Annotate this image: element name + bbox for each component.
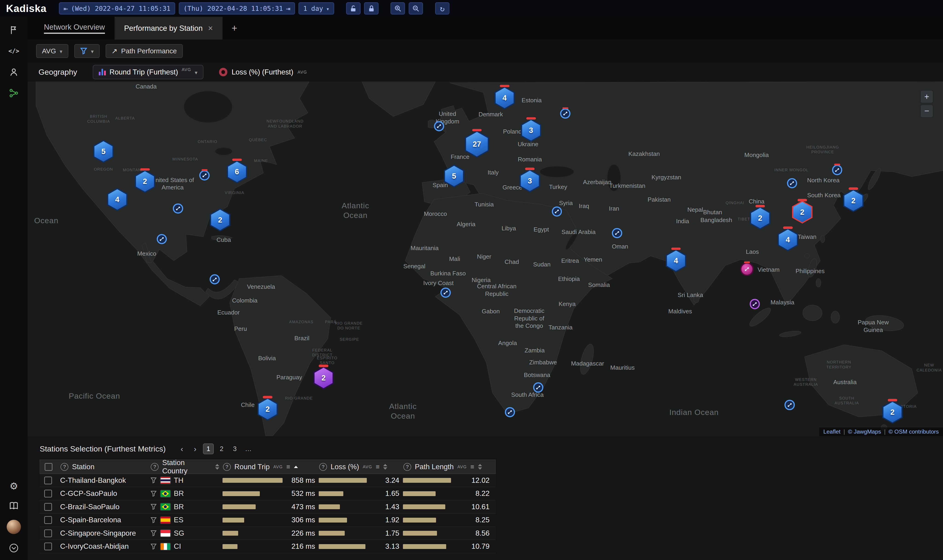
zoom-in-time-button[interactable] — [390, 2, 405, 14]
cluster-marker[interactable]: 2 — [134, 170, 155, 193]
map-zoom-in-button[interactable] — [920, 90, 933, 103]
station-marker[interactable] — [533, 382, 543, 392]
filter-funnel-icon[interactable] — [150, 530, 157, 537]
network-paths-nav-icon[interactable] — [8, 87, 20, 99]
station-marker[interactable] — [505, 407, 515, 417]
filter-funnel-icon[interactable] — [150, 517, 157, 523]
map-zoom-out-button[interactable] — [920, 105, 933, 118]
row-checkbox[interactable] — [44, 543, 52, 550]
column-menu-icon[interactable] — [376, 463, 380, 471]
table-row[interactable]: C-Singapore-SingaporeSG226 ms1.758.56 — [40, 527, 495, 540]
station-marker[interactable] — [787, 178, 797, 188]
page-button[interactable]: … — [242, 443, 254, 454]
cluster-marker[interactable]: 4 — [778, 228, 798, 251]
settings-gear-icon[interactable]: ⚙ — [8, 480, 20, 492]
help-icon[interactable] — [223, 463, 231, 471]
tab-performance-by-station[interactable]: Performance by Station× — [114, 17, 223, 40]
page-prev-button[interactable] — [176, 443, 187, 454]
cluster-marker[interactable]: 3 — [521, 119, 541, 142]
cluster-marker[interactable]: 2 — [750, 207, 770, 229]
osm-link[interactable]: © OSM contributors — [889, 429, 938, 435]
station-marker[interactable] — [560, 109, 570, 118]
column-country-label[interactable]: Station Country — [162, 458, 212, 475]
user-avatar[interactable] — [7, 520, 21, 534]
page-button[interactable]: 2 — [216, 443, 227, 454]
date-start-button[interactable]: (Wed) 2022-04-27 11:05:31 — [59, 2, 175, 14]
jawgmaps-link[interactable]: © JawgMaps — [848, 429, 881, 435]
sort-icon[interactable] — [478, 464, 482, 470]
collapse-chevron-icon[interactable] — [8, 542, 20, 554]
table-row[interactable]: C-Brazil-SaoPauloBR473 ms1.4310.61 — [40, 500, 495, 514]
time-range-dropdown[interactable]: 1 day — [298, 2, 334, 14]
lock-timerange-button[interactable] — [364, 2, 378, 14]
code-nav-icon[interactable]: </> — [8, 45, 20, 57]
page-button[interactable]: 3 — [229, 443, 240, 454]
row-checkbox[interactable] — [44, 490, 52, 497]
table-row[interactable]: C-IvoryCoast-AbidjanCI216 ms3.1310.79 — [40, 540, 495, 553]
help-icon[interactable] — [151, 463, 159, 471]
docs-book-icon[interactable] — [8, 500, 20, 512]
cluster-marker[interactable]: 5 — [93, 140, 114, 163]
station-marker[interactable] — [612, 228, 622, 238]
row-checkbox[interactable] — [44, 529, 52, 537]
column-station-label[interactable]: Station — [72, 463, 94, 471]
metric-round-trip-chip[interactable]: Round Trip (Furthest) AVG — [93, 65, 203, 79]
unlock-timerange-button[interactable] — [346, 2, 361, 14]
help-icon[interactable] — [60, 463, 68, 471]
column-menu-icon[interactable] — [470, 463, 474, 471]
filter-dropdown[interactable] — [74, 44, 100, 58]
zoom-out-time-button[interactable] — [409, 2, 423, 14]
cluster-marker[interactable]: 2 — [792, 201, 813, 223]
station-marker[interactable] — [832, 165, 842, 175]
leaflet-link[interactable]: Leaflet — [823, 429, 841, 435]
help-icon[interactable] — [319, 463, 327, 471]
path-performance-button[interactable]: Path Performance — [106, 44, 183, 58]
cluster-marker[interactable]: 2 — [210, 209, 230, 231]
tab-network-overview[interactable]: Network Overview — [34, 17, 114, 40]
column-menu-icon[interactable] — [287, 463, 290, 471]
help-icon[interactable] — [403, 463, 411, 471]
table-row[interactable]: C-Thailand-BangkokTH858 ms3.2412.02 — [40, 474, 495, 487]
station-marker[interactable] — [157, 234, 167, 244]
cluster-marker[interactable]: 2 — [258, 398, 278, 420]
sort-icon[interactable] — [215, 464, 219, 470]
user-nav-icon[interactable] — [8, 66, 20, 78]
station-marker[interactable] — [552, 206, 562, 217]
filter-funnel-icon[interactable] — [150, 543, 157, 550]
close-tab-icon[interactable]: × — [208, 23, 213, 33]
world-map[interactable]: CanadaUnited States of AmericaMexicoCuba… — [28, 82, 943, 436]
station-marker[interactable] — [440, 288, 451, 298]
cluster-marker[interactable]: 4 — [107, 188, 128, 211]
metric-loss-chip[interactable]: Loss (%) (Furthest) AVG — [219, 68, 307, 76]
refresh-button[interactable] — [435, 2, 450, 14]
cluster-marker[interactable]: 6 — [227, 160, 247, 183]
page-next-button[interactable] — [190, 443, 201, 454]
station-marker[interactable] — [740, 263, 753, 275]
station-marker[interactable] — [434, 121, 444, 131]
cluster-marker[interactable]: 5 — [444, 165, 465, 187]
station-marker[interactable] — [173, 203, 183, 214]
cluster-marker[interactable]: 2 — [882, 401, 903, 423]
table-row[interactable]: C-Spain-BarcelonaES306 ms1.928.25 — [40, 514, 495, 527]
page-button[interactable]: 1 — [203, 443, 214, 454]
station-marker[interactable] — [210, 274, 220, 285]
row-checkbox[interactable] — [44, 477, 52, 485]
column-round-trip-label[interactable]: Round Trip — [235, 463, 270, 471]
station-marker[interactable] — [199, 170, 209, 180]
table-row[interactable]: C-GCP-SaoPauloBR532 ms1.658.22 — [40, 487, 495, 500]
sort-asc-icon[interactable] — [294, 466, 298, 468]
column-path-length-label[interactable]: Path Length — [415, 463, 454, 471]
column-loss-label[interactable]: Loss (%) — [331, 463, 359, 471]
flag-nav-icon[interactable] — [8, 24, 20, 36]
sort-icon[interactable] — [383, 464, 387, 470]
cluster-marker[interactable]: 4 — [666, 249, 686, 272]
cluster-marker[interactable]: 2 — [313, 366, 334, 389]
row-checkbox[interactable] — [44, 516, 52, 524]
add-tab-button[interactable] — [222, 17, 246, 40]
row-checkbox[interactable] — [44, 503, 52, 511]
cluster-marker[interactable]: 3 — [520, 169, 540, 192]
filter-funnel-icon[interactable] — [150, 490, 157, 497]
filter-funnel-icon[interactable] — [150, 503, 157, 510]
select-all-checkbox[interactable] — [45, 463, 52, 471]
date-end-button[interactable]: (Thu) 2022-04-28 11:05:31 — [179, 2, 295, 14]
